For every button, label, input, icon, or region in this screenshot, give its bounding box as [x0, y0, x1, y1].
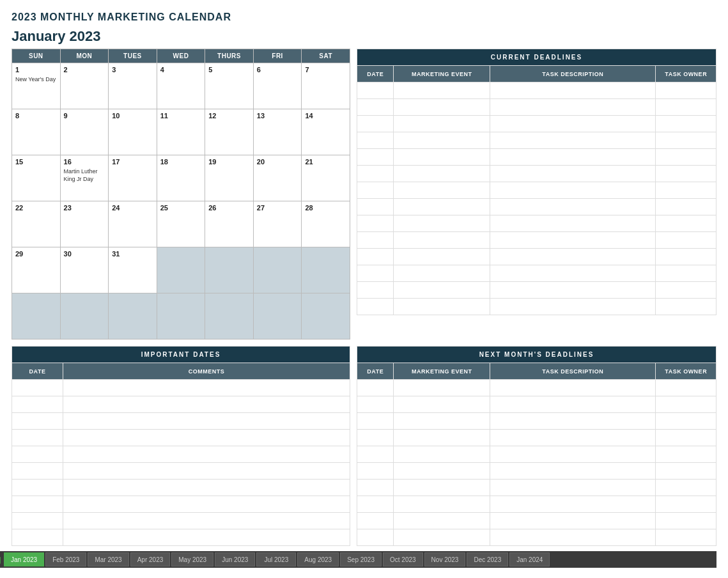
table-cell[interactable]	[357, 82, 394, 99]
table-cell[interactable]	[394, 513, 490, 529]
table-cell[interactable]	[490, 132, 656, 149]
table-cell[interactable]	[63, 496, 350, 513]
table-cell[interactable]	[357, 116, 394, 132]
table-cell[interactable]	[394, 249, 490, 265]
table-cell[interactable]	[490, 480, 656, 496]
table-cell[interactable]	[394, 232, 490, 249]
table-cell[interactable]	[490, 463, 656, 480]
table-cell[interactable]	[656, 182, 716, 199]
table-cell[interactable]	[490, 380, 656, 396]
table-cell[interactable]	[656, 430, 716, 446]
table-cell[interactable]	[394, 396, 490, 413]
table-cell[interactable]	[394, 265, 490, 282]
table-cell[interactable]	[656, 463, 716, 480]
tab-Aug-2023[interactable]: Aug 2023	[297, 552, 339, 566]
table-cell[interactable]	[490, 413, 656, 430]
table-cell[interactable]	[63, 463, 350, 480]
table-cell[interactable]	[656, 513, 716, 529]
table-cell[interactable]	[490, 430, 656, 446]
table-cell[interactable]	[12, 496, 63, 513]
table-cell[interactable]	[490, 199, 656, 215]
table-cell[interactable]	[12, 430, 63, 446]
table-cell[interactable]	[490, 446, 656, 463]
table-cell[interactable]	[490, 232, 656, 249]
table-cell[interactable]	[490, 99, 656, 116]
table-cell[interactable]	[357, 380, 394, 396]
table-cell[interactable]	[490, 149, 656, 166]
table-cell[interactable]	[490, 265, 656, 282]
table-cell[interactable]	[394, 199, 490, 215]
table-cell[interactable]	[12, 446, 63, 463]
table-cell[interactable]	[656, 199, 716, 215]
table-cell[interactable]	[490, 513, 656, 529]
table-cell[interactable]	[394, 430, 490, 446]
table-cell[interactable]	[656, 529, 716, 546]
table-cell[interactable]	[63, 396, 350, 413]
table-cell[interactable]	[357, 282, 394, 299]
table-cell[interactable]	[656, 446, 716, 463]
table-cell[interactable]	[357, 166, 394, 182]
table-cell[interactable]	[12, 513, 63, 529]
table-cell[interactable]	[490, 166, 656, 182]
table-cell[interactable]	[394, 132, 490, 149]
table-cell[interactable]	[394, 99, 490, 116]
table-cell[interactable]	[394, 282, 490, 299]
table-cell[interactable]	[394, 496, 490, 513]
table-cell[interactable]	[656, 282, 716, 299]
table-cell[interactable]	[656, 380, 716, 396]
table-cell[interactable]	[394, 529, 490, 546]
table-cell[interactable]	[12, 529, 63, 546]
table-cell[interactable]	[394, 116, 490, 132]
table-cell[interactable]	[656, 149, 716, 166]
table-cell[interactable]	[63, 480, 350, 496]
tab-Jan-2024[interactable]: Jan 2024	[509, 552, 550, 566]
table-cell[interactable]	[656, 215, 716, 232]
table-cell[interactable]	[394, 182, 490, 199]
table-cell[interactable]	[357, 99, 394, 116]
tab-Oct-2023[interactable]: Oct 2023	[383, 552, 423, 566]
table-cell[interactable]	[357, 199, 394, 215]
table-cell[interactable]	[394, 299, 490, 315]
table-cell[interactable]	[394, 166, 490, 182]
table-cell[interactable]	[394, 413, 490, 430]
table-cell[interactable]	[490, 282, 656, 299]
table-cell[interactable]	[357, 496, 394, 513]
table-cell[interactable]	[357, 299, 394, 315]
table-cell[interactable]	[490, 116, 656, 132]
table-cell[interactable]	[490, 215, 656, 232]
table-cell[interactable]	[63, 513, 350, 529]
table-cell[interactable]	[357, 413, 394, 430]
table-cell[interactable]	[656, 413, 716, 430]
tab-Jul-2023[interactable]: Jul 2023	[256, 552, 296, 566]
tab-Jun-2023[interactable]: Jun 2023	[215, 552, 255, 566]
tab-Apr-2023[interactable]: Apr 2023	[130, 552, 171, 566]
table-cell[interactable]	[357, 430, 394, 446]
table-cell[interactable]	[357, 182, 394, 199]
tab-Mar-2023[interactable]: Mar 2023	[88, 552, 128, 566]
table-cell[interactable]	[357, 446, 394, 463]
table-cell[interactable]	[394, 82, 490, 99]
table-cell[interactable]	[63, 446, 350, 463]
table-cell[interactable]	[357, 132, 394, 149]
table-cell[interactable]	[63, 529, 350, 546]
table-cell[interactable]	[357, 463, 394, 480]
table-cell[interactable]	[394, 446, 490, 463]
table-cell[interactable]	[357, 529, 394, 546]
table-cell[interactable]	[656, 99, 716, 116]
table-cell[interactable]	[656, 496, 716, 513]
table-cell[interactable]	[357, 265, 394, 282]
table-cell[interactable]	[394, 215, 490, 232]
table-cell[interactable]	[656, 299, 716, 315]
tab-Feb-2023[interactable]: Feb 2023	[45, 552, 86, 566]
table-cell[interactable]	[394, 480, 490, 496]
table-cell[interactable]	[357, 480, 394, 496]
tab-Jan-2023[interactable]: Jan 2023	[4, 552, 44, 566]
table-cell[interactable]	[656, 82, 716, 99]
table-cell[interactable]	[394, 380, 490, 396]
table-cell[interactable]	[656, 132, 716, 149]
table-cell[interactable]	[656, 396, 716, 413]
table-cell[interactable]	[656, 265, 716, 282]
table-cell[interactable]	[63, 430, 350, 446]
table-cell[interactable]	[490, 529, 656, 546]
table-cell[interactable]	[357, 249, 394, 265]
